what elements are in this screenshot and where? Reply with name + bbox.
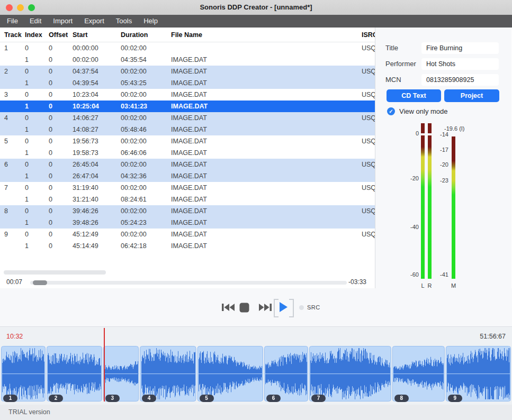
next-track-button[interactable] [258,303,272,314]
menu-help[interactable]: Help [138,15,164,28]
track-badge: 4 [142,395,156,402]
track-badge: 5 [200,395,214,402]
main-content: Track Index Offset Start Duration File N… [0,28,512,288]
col-track: Track [4,28,23,42]
maximize-button[interactable] [28,4,35,11]
table-row[interactable]: 90045:12:4900:02:00IMAGE.DATUSQ [0,229,375,240]
menu-edit[interactable]: Edit [24,15,47,28]
lr-scale-0: 0 [401,130,419,136]
app-window: Sonoris DDP Creator - [unnamed*] File Ed… [0,0,512,420]
meter-bar-mono [452,136,455,279]
previous-track-icon [221,303,235,312]
lr-scale-40: -40 [401,224,419,230]
menu-export[interactable]: Export [78,15,110,28]
project-button[interactable]: Project [444,89,499,102]
table-row[interactable]: 1026:47:0404:32:36IMAGE.DAT [0,170,375,182]
col-isrc: ISRC [362,28,375,42]
track-badge: 6 [266,395,281,402]
table-header: Track Index Offset Start Duration File N… [0,28,375,42]
clip-indicator-left [421,123,425,133]
table-row[interactable]: 20004:37:5400:02:00IMAGE.DATUSQ [0,66,375,77]
stop-icon [239,303,249,313]
table-row[interactable]: 30010:23:0400:02:00IMAGE.DATUSQ [0,89,375,101]
next-track-icon [258,303,272,312]
track-badge: 3 [105,395,120,402]
m-scale-41: -41 [430,271,448,278]
col-start: Start [73,28,119,42]
table-row[interactable]: 1039:48:2605:24:23IMAGE.DAT [0,217,375,229]
m-scale-20: -20 [430,161,448,168]
table-row[interactable]: 10000:00:0000:02:00USQ [0,42,375,54]
mcn-field[interactable] [421,74,499,86]
table-row[interactable]: 1004:39:5405:43:25IMAGE.DAT [0,77,375,89]
title-label: Title [385,42,398,54]
table-horizontal-scrollbar[interactable] [4,270,106,275]
titlebar: Sonoris DDP Creator - [unnamed*] [0,0,512,15]
stop-button[interactable] [239,303,249,314]
clip-indicator-right [428,123,432,133]
table-row[interactable]: 60026:45:0400:02:00IMAGE.DATUSQ [0,159,375,170]
src-indicator-led [299,305,304,310]
table-row[interactable]: 70031:19:4000:02:00IMAGE.DATUSQ [0,182,375,194]
view-only-label: View only mode [399,107,448,115]
window-title: Sonoris DDP Creator - [unnamed*] [0,0,512,15]
meter-bar-right [428,135,432,279]
elapsed-time: 00:07 [6,278,22,286]
status-text: TRIAL version [0,405,512,420]
waveform-panel: 10:32 51:56:67 1 2 3 4 5 6 7 8 9 [0,326,512,405]
table-row[interactable]: 80039:46:2600:02:00IMAGE.DATUSQ [0,205,375,217]
m-scale-23: -23 [430,177,448,184]
total-duration: 51:56:67 [480,333,506,340]
mcn-label: MCN [385,74,401,86]
table-row[interactable]: 1014:08:2705:48:46IMAGE.DAT [0,124,375,135]
title-field[interactable] [421,42,499,54]
track-list-pane: Track Index Offset Start Duration File N… [0,28,375,288]
performer-field[interactable] [421,58,499,70]
traffic-lights [6,4,35,11]
menu-file[interactable]: File [1,15,24,28]
lr-scale-20: -20 [401,175,419,181]
cd-text-button[interactable]: CD Text [387,89,441,102]
minimize-button[interactable] [17,4,24,11]
seek-slider-thumb[interactable] [33,280,47,285]
meter-bar-left [421,135,425,279]
col-duration: Duration [121,28,169,42]
table-row[interactable]: 1000:02:0004:35:54IMAGE.DAT [0,54,375,66]
waveform-canvas[interactable] [1,346,511,401]
table-row-selected[interactable]: 1010:25:0403:41:23IMAGE.DAT [0,101,375,112]
src-label: SRC [307,304,320,311]
waveform-playhead [104,328,105,401]
table-row[interactable]: 1019:58:7306:46:06IMAGE.DAT [0,147,375,159]
play-button[interactable] [274,299,294,315]
view-only-checkbox[interactable]: ✓ [387,107,395,115]
previous-track-button[interactable] [221,303,235,314]
view-only-row: ✓ View only mode [387,107,448,115]
remaining-time: -03:33 [348,278,366,286]
table-row[interactable]: 1031:21:4008:24:61IMAGE.DAT [0,194,375,205]
metadata-panel: Title Performer MCN CD Text Project ✓ Vi… [375,28,511,288]
menu-import[interactable]: Import [47,15,78,28]
menubar: File Edit Import Export Tools Help [0,15,512,28]
col-file-name: File Name [171,28,288,42]
track-badge: 7 [311,395,326,402]
track-badge: 2 [49,395,63,402]
lr-scale-60: -60 [401,271,419,278]
track-badge: 9 [448,395,462,402]
close-button[interactable] [6,4,13,11]
transport-bar: SRC [0,288,512,326]
m-scale-17: -17 [430,147,448,153]
playhead-position: 10:32 [6,333,23,340]
table-row[interactable]: 40014:06:2700:02:00IMAGE.DATUSQ [0,112,375,124]
table-row[interactable]: 50019:56:7300:02:00IMAGE.DATUSQ [0,135,375,147]
seek-slider[interactable] [30,281,347,285]
statusbar: TRIAL version [0,405,512,420]
col-index: Index [25,28,47,42]
m-scale-14: -14 [430,131,448,138]
table-row[interactable]: 1045:14:4906:42:18IMAGE.DAT [0,240,375,252]
track-badge: 8 [394,395,409,402]
menu-tools[interactable]: Tools [110,15,138,28]
loudness-readout: -19.6 (I) [444,125,487,132]
play-icon [279,302,288,313]
table-body: 10000:00:0000:02:00USQ 1000:02:0004:35:5… [0,42,375,252]
performer-label: Performer [385,58,416,70]
